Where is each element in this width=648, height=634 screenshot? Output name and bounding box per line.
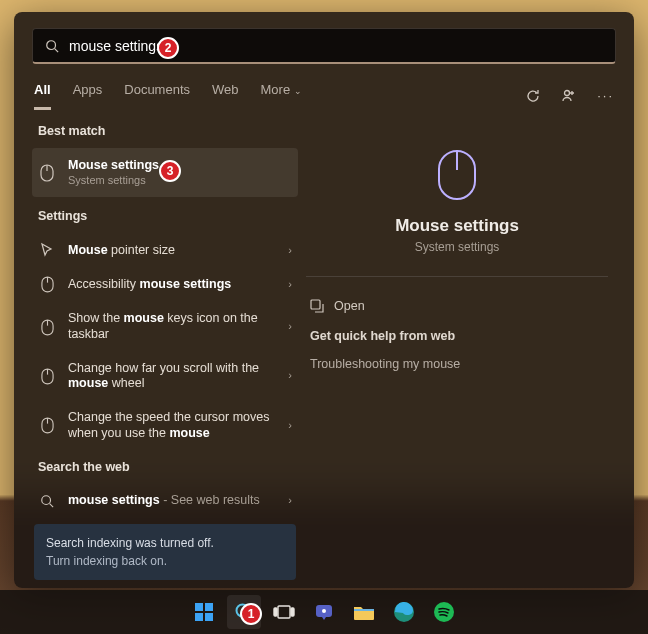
result-scroll-wheel[interactable]: Change how far you scroll with the mouse… [32, 352, 298, 401]
result-mouse-keys-icon[interactable]: Show the mouse keys icon on the taskbar … [32, 302, 298, 351]
svg-rect-17 [311, 300, 320, 309]
mouse-icon [38, 164, 56, 182]
svg-line-14 [50, 504, 54, 508]
tb-search[interactable] [227, 595, 261, 629]
mouse-icon [38, 368, 56, 385]
open-button[interactable]: Open [306, 291, 608, 321]
search-input[interactable] [69, 38, 603, 54]
result-subtitle: System settings [68, 174, 292, 188]
account-icon[interactable] [561, 88, 577, 104]
svg-rect-21 [205, 613, 213, 621]
detail-subtitle: System settings [415, 240, 500, 254]
tb-spotify[interactable] [427, 595, 461, 629]
result-title: Mouse settings [68, 158, 292, 174]
svg-point-28 [322, 609, 326, 613]
svg-point-0 [47, 40, 56, 49]
notice-text: Search indexing was turned off. [46, 534, 284, 552]
results-list: Best match Mouse settings System setting… [32, 124, 298, 588]
tab-more[interactable]: More ⌄ [261, 82, 302, 110]
svg-line-23 [247, 615, 252, 620]
svg-rect-26 [291, 608, 294, 616]
detail-title: Mouse settings [395, 216, 519, 236]
tb-explorer[interactable] [347, 595, 381, 629]
svg-rect-25 [274, 608, 277, 616]
tab-web[interactable]: Web [212, 82, 239, 110]
more-icon[interactable]: ··· [597, 88, 614, 104]
svg-rect-24 [278, 606, 290, 618]
refresh-icon[interactable] [525, 88, 541, 104]
result-web-search[interactable]: mouse settings - See web results › [32, 484, 298, 518]
tb-taskview[interactable] [267, 595, 301, 629]
section-settings: Settings [32, 209, 298, 233]
tab-documents[interactable]: Documents [124, 82, 190, 110]
mouse-large-icon [436, 148, 478, 202]
chevron-right-icon: › [288, 278, 292, 292]
result-mouse-settings[interactable]: Mouse settings System settings [32, 148, 298, 197]
chevron-right-icon: › [288, 369, 292, 383]
help-troubleshoot[interactable]: Troubleshooting my mouse [306, 349, 608, 379]
svg-point-13 [42, 496, 51, 505]
chevron-down-icon: ⌄ [294, 86, 302, 96]
notice-link[interactable]: Turn indexing back on. [46, 552, 284, 570]
filter-bar: All Apps Documents Web More ⌄ ··· [32, 82, 616, 110]
mouse-icon [38, 417, 56, 434]
result-pointer-size[interactable]: Mouse pointer size › [32, 233, 298, 267]
tb-start[interactable] [187, 595, 221, 629]
tb-chat[interactable] [307, 595, 341, 629]
taskbar [0, 590, 648, 634]
detail-pane: Mouse settings System settings Open Get … [298, 124, 616, 588]
svg-rect-29 [354, 609, 374, 611]
section-search-web: Search the web [32, 460, 298, 484]
search-icon [45, 39, 59, 53]
chevron-right-icon: › [288, 494, 292, 508]
chevron-right-icon: › [288, 419, 292, 433]
mouse-icon [38, 319, 56, 336]
search-box[interactable] [32, 28, 616, 64]
cursor-icon [38, 242, 56, 258]
chevron-right-icon: › [288, 244, 292, 258]
svg-line-1 [55, 48, 59, 52]
tab-apps[interactable]: Apps [73, 82, 103, 110]
result-cursor-speed[interactable]: Change the speed the cursor moves when y… [32, 401, 298, 450]
open-icon [310, 299, 324, 313]
result-accessibility-mouse[interactable]: Accessibility mouse settings › [32, 267, 298, 302]
tab-all[interactable]: All [34, 82, 51, 110]
help-heading: Get quick help from web [306, 321, 608, 349]
svg-rect-19 [205, 603, 213, 611]
svg-rect-20 [195, 613, 203, 621]
svg-point-22 [237, 605, 249, 617]
search-panel: All Apps Documents Web More ⌄ ··· Best m… [14, 12, 634, 588]
svg-point-2 [565, 91, 570, 96]
indexing-notice[interactable]: Search indexing was turned off. Turn ind… [34, 524, 296, 580]
tb-edge[interactable] [387, 595, 421, 629]
section-best-match: Best match [32, 124, 298, 148]
search-icon [38, 494, 56, 508]
divider [306, 276, 608, 277]
chevron-right-icon: › [288, 320, 292, 334]
svg-rect-18 [195, 603, 203, 611]
mouse-icon [38, 276, 56, 293]
